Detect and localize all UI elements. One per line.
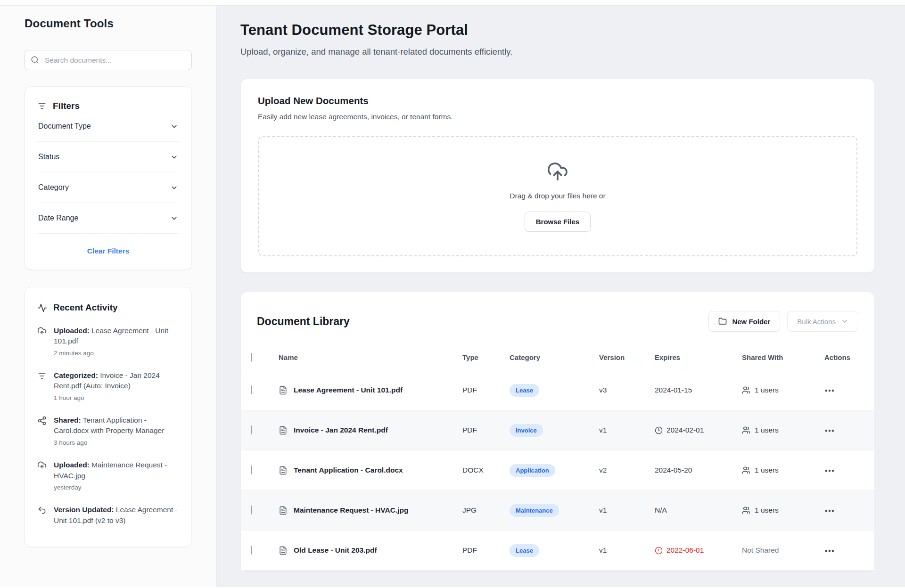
activity-text: Version Updated: Lease Agreement - Unit … [54,505,179,528]
filter-icon [37,371,47,402]
activity-label: Uploaded: [54,327,90,335]
table-row: Invoice - Jan 2024 Rent.pdf PDF Invoice … [241,410,874,450]
table-header-row: Name Type Category Version Expires Share… [241,345,874,370]
share-icon [37,416,47,447]
dropzone-text: Drag & drop your files here or [510,192,605,200]
chevron-down-icon [841,318,848,325]
app-layout: Document Tools Filters Document Type [0,6,905,587]
recent-activity-card: Recent Activity Uploaded: Lease Agreemen… [25,287,192,547]
search-input[interactable] [25,50,192,70]
row-checkbox[interactable] [251,466,252,474]
document-type: DOCX [462,466,510,474]
row-actions-menu[interactable]: ⋯ [824,425,860,435]
category-badge: Lease [510,544,539,557]
upload-subtitle: Easily add new lease agreements, invoice… [258,113,857,121]
filter-icon [37,101,47,111]
activity-item: Uploaded: Maintenance Request - HVAC.jpg… [37,460,179,492]
shared-with: 1 users [755,426,779,434]
document-name[interactable]: Maintenance Request - HVAC.jpg [294,506,408,514]
document-version: v1 [599,506,655,514]
row-checkbox[interactable] [251,425,252,434]
document-name[interactable]: Invoice - Jan 2024 Rent.pdf [294,426,388,434]
activity-item: Shared: Tenant Application - Carol.docx … [37,415,179,447]
clock-icon [655,426,663,434]
document-type: PDF [462,546,510,555]
row-actions-menu[interactable]: ⋯ [824,466,860,475]
cloud-upload-icon [37,327,47,358]
document-version: v3 [599,386,655,394]
column-header-shared: Shared With [742,353,824,361]
filter-document-type[interactable]: Document Type [37,111,179,142]
activity-time: 1 hour ago [54,393,179,402]
filter-category[interactable]: Category [37,172,179,203]
alert-circle-icon [655,547,663,555]
file-icon [279,466,288,475]
expires-date: 2024-02-01 [666,426,704,434]
row-checkbox[interactable] [251,546,252,555]
table-row: Lease Agreement - Unit 101.pdf PDF Lease… [241,370,874,410]
row-checkbox[interactable] [251,506,252,514]
filter-label: Document Type [38,122,91,131]
expires-date: N/A [655,506,667,514]
table-row: Tenant Application - Carol.docx DOCX App… [241,450,874,490]
shared-with: Not Shared [742,546,779,555]
bulk-actions-button[interactable]: Bulk Actions [787,311,858,332]
activity-item: Categorized: Invoice - Jan 2024 Rent.pdf… [37,370,179,402]
document-name[interactable]: Tenant Application - Carol.docx [294,466,403,474]
browse-files-button[interactable]: Browse Files [525,212,591,232]
row-checkbox[interactable] [251,385,252,394]
users-icon [742,386,750,394]
bulk-actions-label: Bulk Actions [797,318,836,326]
document-type: PDF [462,386,510,394]
expires-date: 2024-01-15 [655,386,692,394]
expires-date: 2022-06-01 [666,546,704,555]
shared-with: 1 users [755,506,779,514]
cloud-upload-icon [547,161,568,182]
documents-table: Name Type Category Version Expires Share… [241,345,874,571]
activity-pulse-icon [37,303,47,313]
document-name[interactable]: Lease Agreement - Unit 101.pdf [294,386,403,394]
new-folder-label: New Folder [732,318,770,326]
chevron-down-icon [170,214,178,222]
library-title: Document Library [257,315,350,328]
library-actions: New Folder Bulk Actions [708,311,858,332]
activity-time: 2 minutes ago [54,349,179,358]
clear-filters-link[interactable]: Clear Filters [87,247,130,255]
activity-item: Version Updated: Lease Agreement - Unit … [37,505,179,528]
row-actions-menu[interactable]: ⋯ [824,385,860,395]
recent-activity-title: Recent Activity [53,302,118,313]
shared-with: 1 users [755,466,779,474]
activity-time: 3 hours ago [54,438,179,447]
recent-activity-header: Recent Activity [37,302,179,313]
activity-label: Shared: [54,416,81,424]
column-header-expires: Expires [655,353,742,361]
file-dropzone[interactable]: Drag & drop your files here or Browse Fi… [258,136,857,256]
table-row: Old Lease - Unit 203.pdf PDF Lease v1 20… [241,531,874,571]
file-icon [279,506,288,515]
upload-card: Upload New Documents Easily add new leas… [240,79,875,273]
select-all-checkbox[interactable] [251,353,252,362]
new-folder-button[interactable]: New Folder [708,311,780,332]
column-header-category: Category [510,353,599,361]
activity-text: Shared: Tenant Application - Carol.docx … [54,415,179,447]
page-subtitle: Upload, organize, and manage all tenant-… [240,47,875,57]
users-icon [742,506,750,514]
document-name[interactable]: Old Lease - Unit 203.pdf [294,546,377,555]
activity-label: Categorized: [54,371,98,379]
upload-title: Upload New Documents [258,95,857,106]
sidebar-title: Document Tools [25,17,192,30]
filter-date-range[interactable]: Date Range [37,203,179,234]
row-actions-menu[interactable]: ⋯ [824,506,860,515]
category-badge: Application [510,464,555,477]
activity-text: Categorized: Invoice - Jan 2024 Rent.pdf… [54,370,179,402]
folder-icon [718,317,727,326]
activity-label: Version Updated: [54,506,114,514]
column-header-name: Name [279,353,462,361]
filters-title: Filters [53,101,80,111]
page-title: Tenant Document Storage Portal [240,22,875,39]
filter-status[interactable]: Status [37,142,179,172]
cloud-upload-icon [37,461,47,492]
row-actions-menu[interactable]: ⋯ [824,546,860,555]
filters-header: Filters [37,101,179,111]
chevron-down-icon [170,184,178,192]
